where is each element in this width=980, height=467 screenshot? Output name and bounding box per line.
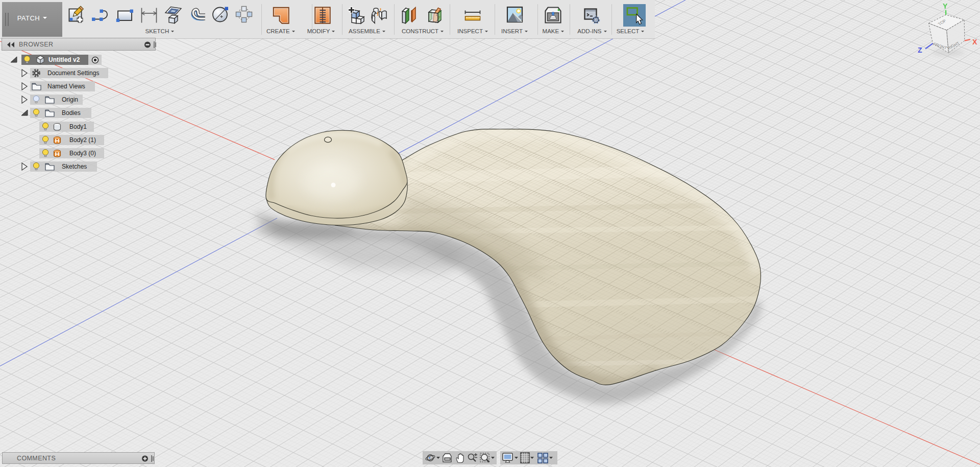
svg-text:X: X	[972, 38, 977, 46]
svg-text:Y: Y	[943, 2, 948, 10]
svg-text:Z: Z	[918, 46, 922, 54]
